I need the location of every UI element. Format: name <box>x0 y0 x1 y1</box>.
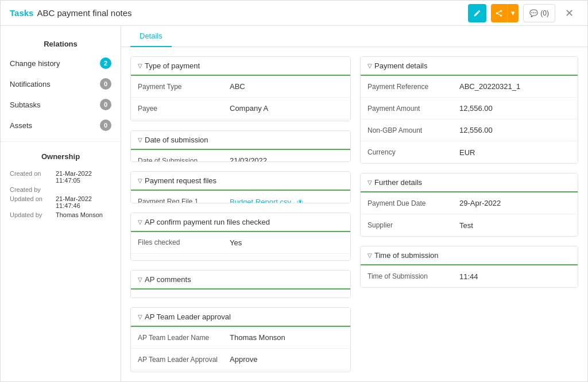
share-button[interactable] <box>491 4 507 22</box>
triangle-icon: ▽ <box>138 137 142 143</box>
section-date-of-submission-header: ▽ Date of submission <box>131 131 350 150</box>
section-ap-confirm-body: Files checked Yes System Ref. Number 234 <box>131 232 350 261</box>
notifications-badge: 0 <box>100 78 111 90</box>
field-payment-req-file-1: Payment Req File 1 Budget Report.csv 👁 <box>131 191 350 203</box>
subtasks-badge: 0 <box>100 99 111 110</box>
section-time-of-submission-body: Time of Submission 11:44 <box>361 265 578 287</box>
section-payment-request-files-body: Payment Req File 1 Budget Report.csv 👁 <box>131 191 350 203</box>
section-further-details: ▽ Further details Payment Due Date 29-Ap… <box>360 173 578 237</box>
comment-button[interactable]: 💬 (0) <box>523 4 555 22</box>
field-currency: Currency EUR <box>361 141 578 163</box>
edit-button[interactable] <box>468 4 486 22</box>
file-link-budget-report[interactable]: Budget Report.csv <box>230 198 291 203</box>
section-time-of-submission: ▽ Time of submission Time of Submission … <box>360 246 578 288</box>
field-payment-amount: Payment Amount 12,556.00 <box>361 98 578 119</box>
left-column: ▽ Type of payment Payment Type ABC Payee… <box>130 56 351 372</box>
field-payee: Payee Company A <box>131 98 350 119</box>
field-files-checked: Files checked Yes <box>131 232 350 254</box>
section-payment-request-files-header: ▽ Payment request files <box>131 172 350 191</box>
triangle-icon: ▽ <box>138 63 142 69</box>
section-payment-details-body: Payment Reference ABC_20220321_1 Payment… <box>361 76 578 163</box>
section-ap-team-leader: ▽ AP Team Leader approval AP Team Leader… <box>130 307 351 372</box>
change-history-badge: 2 <box>100 57 111 69</box>
section-ap-team-leader-body: AP Team Leader Name Thomas Monson AP Tea… <box>131 327 350 372</box>
field-originator-name: Originator Name Thomas Monson <box>131 119 350 121</box>
section-type-of-payment-header: ▽ Type of payment <box>131 57 350 76</box>
field-time-of-submission: Time of Submission 11:44 <box>361 265 578 287</box>
share-button-group: ▾ <box>491 4 519 22</box>
field-approval-date-time: Approval Date/Time 21/03/2022 11:45 <box>131 371 350 372</box>
field-payment-reference: Payment Reference ABC_20220321_1 <box>361 76 578 98</box>
sidebar-item-label: Change history <box>10 59 100 68</box>
section-further-details-header: ▽ Further details <box>361 173 578 192</box>
assets-badge: 0 <box>100 119 111 131</box>
main-content: Details ▽ Type of payment Payment Type <box>121 26 587 381</box>
field-ap-team-leader-name: AP Team Leader Name Thomas Monson <box>131 327 350 349</box>
section-time-of-submission-header: ▽ Time of submission <box>361 246 578 265</box>
triangle-icon: ▽ <box>368 252 372 258</box>
chevron-down-icon: ▾ <box>511 9 515 17</box>
field-non-gbp-amount: Non-GBP Amount 12,556.00 <box>361 119 578 141</box>
field-supplier: Supplier Test <box>361 214 578 236</box>
tab-details[interactable]: Details <box>130 26 172 47</box>
close-icon: ✕ <box>565 7 574 20</box>
sidebar-item-label: Subtasks <box>10 101 100 109</box>
field-payment-due-date: Payment Due Date 29-Apr-2022 <box>361 192 578 214</box>
triangle-icon: ▽ <box>138 276 142 283</box>
header-title: ABC payment final notes <box>37 8 131 18</box>
close-button[interactable]: ✕ <box>560 4 578 22</box>
section-ap-team-leader-header: ▽ AP Team Leader approval <box>131 308 350 327</box>
sidebar-item-label: Assets <box>10 121 100 130</box>
field-payment-type: Payment Type ABC <box>131 76 350 98</box>
comment-icon: 💬 <box>529 9 538 17</box>
triangle-icon: ▽ <box>368 63 372 69</box>
triangle-icon: ▽ <box>138 178 142 184</box>
share-dropdown-button[interactable]: ▾ <box>507 4 519 22</box>
sidebar-item-assets[interactable]: Assets 0 <box>1 115 121 136</box>
comment-count: (0) <box>540 9 549 17</box>
section-ap-confirm: ▽ AP confirm payment run files checked F… <box>130 213 351 261</box>
tabs: Details <box>121 26 587 47</box>
section-payment-details-header: ▽ Payment details <box>361 57 578 76</box>
section-type-of-payment-body: Payment Type ABC Payee Company A Origina… <box>131 76 350 121</box>
ownership-section: Created on 21-Mar-2022 11:47:05 Created … <box>1 165 121 225</box>
app-header: Tasks ABC payment final notes ▾ 💬 (0) ✕ <box>1 1 587 26</box>
field-date-of-submission: Date of Submission 21/03/2022 <box>131 150 350 162</box>
sidebar: Relations Change history 2 Notifications… <box>1 26 121 381</box>
ownership-created-by: Created by <box>10 186 111 193</box>
section-date-of-submission-body: Date of Submission 21/03/2022 <box>131 150 350 162</box>
eye-icon[interactable]: 👁 <box>297 198 304 203</box>
section-ap-confirm-header: ▽ AP confirm payment run files checked <box>131 213 350 232</box>
ownership-created-on: Created on 21-Mar-2022 11:47:05 <box>10 170 111 184</box>
ownership-title: Ownership <box>1 148 121 165</box>
triangle-icon: ▽ <box>368 179 372 186</box>
section-type-of-payment: ▽ Type of payment Payment Type ABC Payee… <box>130 56 351 121</box>
section-further-details-body: Payment Due Date 29-Apr-2022 Supplier Te… <box>361 192 578 236</box>
section-ap-comments-header: ▽ AP comments <box>131 271 350 290</box>
sidebar-item-notifications[interactable]: Notifications 0 <box>1 74 121 94</box>
header-tasks-link[interactable]: Tasks <box>10 8 33 18</box>
section-date-of-submission: ▽ Date of submission Date of Submission … <box>130 130 351 162</box>
section-payment-request-files: ▽ Payment request files Payment Req File… <box>130 171 351 203</box>
relations-title: Relations <box>1 35 121 53</box>
section-ap-comments-body <box>131 290 350 298</box>
triangle-icon: ▽ <box>138 219 142 225</box>
sidebar-item-subtasks[interactable]: Subtasks 0 <box>1 94 121 115</box>
ownership-updated-on: Updated on 21-Mar-2022 11:47:46 <box>10 195 111 209</box>
section-payment-details: ▽ Payment details Payment Reference ABC_… <box>360 56 578 164</box>
field-system-ref-number: System Ref. Number 234 <box>131 254 350 261</box>
right-column: ▽ Payment details Payment Reference ABC_… <box>360 56 578 372</box>
header-actions: ▾ 💬 (0) ✕ <box>468 4 578 22</box>
section-ap-comments: ▽ AP comments <box>130 270 351 298</box>
sidebar-item-change-history[interactable]: Change history 2 <box>1 53 121 74</box>
field-ap-team-leader-approval: AP Team Leader Approval Approve <box>131 349 350 371</box>
triangle-icon: ▽ <box>138 314 142 320</box>
content-area: ▽ Type of payment Payment Type ABC Payee… <box>121 47 587 381</box>
sidebar-item-label: Notifications <box>10 80 100 88</box>
ownership-updated-by: Updated by Thomas Monson <box>10 211 111 218</box>
